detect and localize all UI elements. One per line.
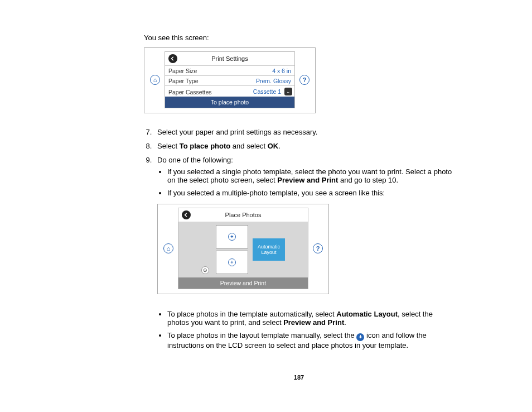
post-bullet-1: To place photos in the template automati… — [167, 308, 454, 329]
chevron-down-icon: ⌄ — [284, 88, 292, 95]
help-icon: ? — [313, 243, 323, 253]
paper-type-value: Prem. Glossy — [256, 78, 291, 84]
page-number: 187 — [144, 374, 454, 381]
zoom-icon: ⊙ — [201, 266, 209, 274]
preview-and-print-bar: Preview and Print — [178, 277, 308, 289]
back-icon — [168, 54, 177, 63]
plus-icon: + — [228, 233, 236, 241]
step-9-bullet-2: If you selected a multiple-photo templat… — [167, 186, 454, 199]
home-icon: ⌂ — [163, 243, 173, 253]
paper-cassettes-value: Cassette 1 — [253, 88, 281, 95]
paper-type-label: Paper Type — [168, 78, 199, 84]
help-icon: ? — [299, 75, 309, 85]
back-icon — [182, 210, 191, 219]
paper-cassettes-label: Paper Cassettes — [168, 89, 212, 95]
plus-icon: + — [356, 333, 364, 341]
home-icon: ⌂ — [150, 75, 160, 85]
screen-title: Place Photos — [194, 212, 292, 218]
paper-size-label: Paper Size — [168, 68, 197, 74]
to-place-photo-bar: To place photo — [165, 97, 294, 108]
paper-size-value: 4 x 6 in — [272, 68, 291, 74]
photo-slot: + — [216, 251, 248, 274]
figure-print-settings: ⌂ Print Settings Paper Size 4 x 6 in Pap… — [144, 47, 316, 113]
automatic-layout-button: Automatic Layout — [253, 238, 285, 261]
intro-text: You see this screen: — [144, 33, 454, 42]
screen-title: Print Settings — [181, 55, 279, 62]
photo-slot: + — [216, 225, 248, 248]
post-bullet-2: To place photos in the layout template m… — [167, 329, 454, 352]
figure-place-photos: ⌂ Place Photos ⊙ — [157, 204, 329, 294]
plus-icon: + — [228, 258, 236, 266]
step-9-bullet-1: If you selected a single photo template,… — [167, 165, 454, 186]
step-8: Select To place photo and select OK. — [154, 141, 454, 155]
step-7: Select your paper and print settings as … — [154, 127, 454, 141]
step-9: Do one of the following: If you selected… — [154, 155, 454, 357]
